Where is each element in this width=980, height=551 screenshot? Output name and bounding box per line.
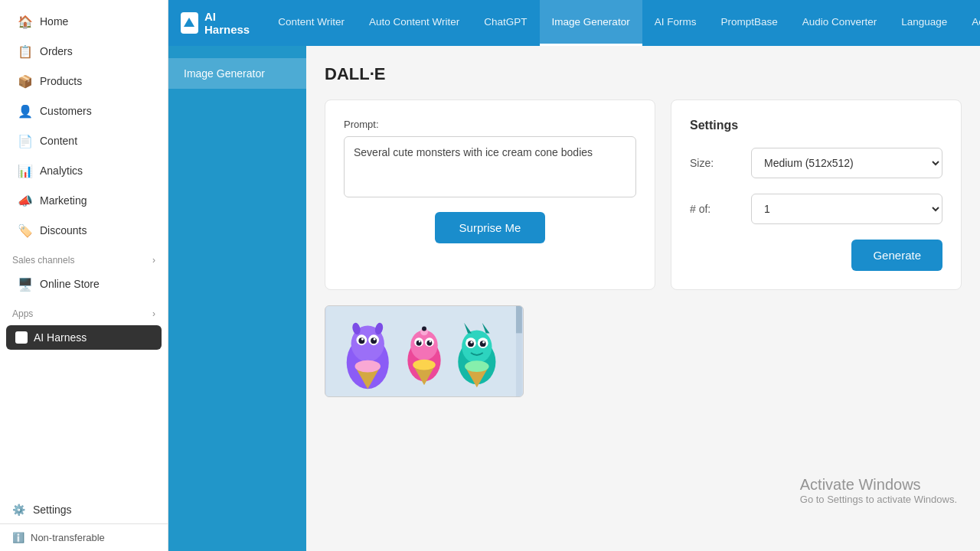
sidebar-item-content[interactable]: 📄 Content: [6, 126, 162, 155]
page-title: DALL·E: [325, 64, 962, 84]
content-grid: Prompt: Several cute monsters with ice c…: [325, 99, 962, 290]
sales-channels-section[interactable]: Sales channels ›: [0, 246, 168, 269]
sidebar-item-marketing[interactable]: 📣 Marketing: [6, 186, 162, 215]
apps-arrow-icon: ›: [152, 308, 155, 319]
topbar-nav: Content Writer Auto Content Writer ChatG…: [266, 0, 980, 46]
svg-point-8: [361, 338, 364, 341]
size-label: Size:: [690, 157, 751, 169]
analytics-icon: 📊: [18, 164, 32, 178]
settings-icon: ⚙️: [12, 504, 25, 516]
svg-point-9: [374, 338, 376, 341]
tab-ai-forms[interactable]: AI Forms: [642, 0, 709, 46]
settings-card: Settings Size: Small (256x256) Medium (5…: [671, 99, 962, 290]
prompt-textarea[interactable]: Several cute monsters with ice cream con…: [344, 136, 636, 197]
sidebar-footer: ⚙️ Settings ℹ️ Non-transferable: [0, 496, 168, 551]
generate-button[interactable]: Generate: [851, 240, 942, 271]
sidebar-item-online-store[interactable]: 🖥️ Online Store: [6, 269, 162, 298]
content-area: Image Generator DALL·E Prompt: Several c…: [168, 46, 980, 551]
non-transferable-label: ℹ️ Non-transferable: [0, 523, 168, 551]
main: AI Harness Content Writer Auto Content W…: [168, 0, 980, 551]
sales-channels-arrow-icon: ›: [152, 255, 155, 266]
tab-language[interactable]: Language: [889, 0, 959, 46]
orders-icon: 📋: [18, 44, 32, 58]
page-content: DALL·E Prompt: Several cute monsters wit…: [306, 46, 980, 551]
sidebar-item-ai-harness[interactable]: AI Harness: [6, 325, 162, 350]
tab-chatgpt[interactable]: ChatGPT: [472, 0, 539, 46]
home-icon: 🏠: [18, 15, 32, 28]
settings-title: Settings: [690, 119, 942, 132]
svg-point-21: [430, 341, 431, 342]
size-select[interactable]: Small (256x256) Medium (512x512) Large (…: [751, 148, 942, 178]
ai-harness-logo: [15, 331, 28, 344]
sidebar-item-products[interactable]: 📦 Products: [6, 67, 162, 96]
online-store-icon: 🖥️: [18, 277, 32, 291]
tab-content-writer[interactable]: Content Writer: [266, 0, 357, 46]
size-row: Size: Small (256x256) Medium (512x512) L…: [690, 148, 942, 178]
sub-sidebar-item-image-generator[interactable]: Image Generator: [168, 58, 306, 89]
num-row: # of: 1 2 3 4 5: [690, 194, 942, 224]
tab-promptbase[interactable]: PromptBase: [708, 0, 789, 46]
products-icon: 📦: [18, 74, 32, 88]
tab-auto-content-writer[interactable]: Auto Content Writer: [357, 0, 472, 46]
prompt-card: Prompt: Several cute monsters with ice c…: [325, 99, 655, 290]
sidebar-item-customers[interactable]: 👤 Customers: [6, 96, 162, 126]
generate-btn-wrap: Generate: [690, 240, 942, 271]
svg-point-33: [482, 341, 485, 344]
svg-point-37: [465, 360, 488, 372]
svg-point-27: [462, 330, 492, 363]
sidebar-item-discounts[interactable]: 🏷️ Discounts: [6, 216, 162, 245]
tab-audio-converter[interactable]: Audio Converter: [790, 0, 890, 46]
topbar-logo: AI Harness: [168, 0, 266, 46]
image-area: [325, 305, 962, 397]
info-icon: ℹ️: [12, 532, 24, 543]
svg-point-25: [413, 360, 436, 370]
svg-rect-39: [516, 306, 522, 333]
sidebar-item-home[interactable]: 🏠 Home: [6, 7, 162, 36]
apps-section[interactable]: Apps ›: [0, 299, 168, 322]
customers-icon: 👤: [18, 104, 32, 118]
topbar: AI Harness Content Writer Auto Content W…: [168, 0, 980, 46]
svg-marker-0: [184, 18, 194, 27]
marketing-icon: 📣: [18, 194, 32, 207]
tab-image-generator[interactable]: Image Generator: [540, 0, 642, 46]
sidebar-item-analytics[interactable]: 📊 Analytics: [6, 156, 162, 185]
content-icon: 📄: [18, 134, 32, 148]
sub-sidebar: Image Generator: [168, 46, 306, 551]
surprise-me-button[interactable]: Surprise Me: [435, 212, 546, 243]
sidebar-item-orders[interactable]: 📋 Orders: [6, 37, 162, 66]
tab-accounts[interactable]: Accounts: [959, 0, 980, 46]
num-select[interactable]: 1 2 3 4 5: [751, 194, 942, 224]
discounts-icon: 🏷️: [18, 223, 32, 237]
num-label: # of:: [690, 203, 751, 215]
sidebar-nav: 🏠 Home 📋 Orders 📦 Products 👤 Customers 📄…: [0, 0, 168, 496]
windows-activate: Activate Windows Go to Settings to activ…: [800, 476, 957, 505]
svg-point-23: [422, 327, 426, 331]
svg-point-20: [419, 341, 420, 342]
sidebar: 🏠 Home 📋 Orders 📦 Products 👤 Customers 📄…: [0, 0, 168, 551]
settings-item[interactable]: ⚙️ Settings: [0, 496, 168, 523]
svg-point-32: [470, 341, 472, 344]
logo-icon: [182, 16, 196, 30]
topbar-logo-text: AI Harness: [204, 10, 253, 36]
svg-point-13: [355, 360, 381, 373]
logo-box: [181, 12, 198, 34]
generated-image-container: [325, 305, 524, 397]
generated-image: [325, 306, 523, 396]
prompt-label: Prompt:: [344, 119, 636, 130]
